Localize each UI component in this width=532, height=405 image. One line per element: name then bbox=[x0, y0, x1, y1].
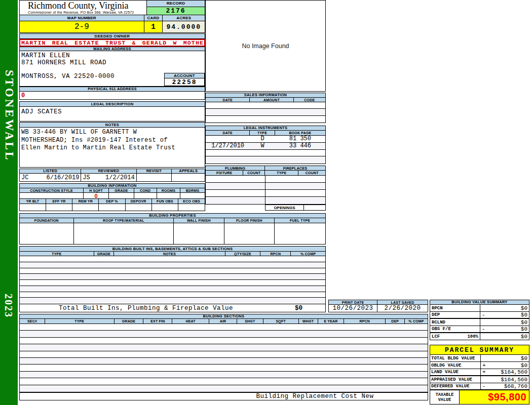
bvs-row-rclnd: RCLND $0 bbox=[430, 319, 529, 326]
account-value: 22258 bbox=[164, 78, 205, 86]
bvs-dep-label: DEP bbox=[432, 312, 440, 317]
card-label: CARD bbox=[144, 15, 163, 21]
empty-row bbox=[206, 197, 325, 204]
record-label: RECORD bbox=[147, 1, 205, 7]
sales-code-label: CODE bbox=[294, 98, 325, 102]
cond-value bbox=[134, 193, 157, 198]
bvs-dep-value: $0 bbox=[488, 312, 527, 318]
last-saved-value: 2/26/2020 bbox=[377, 305, 428, 312]
reviewed-by: JS bbox=[83, 174, 90, 181]
empty-row bbox=[20, 364, 428, 371]
county-title-block: Richmond County, Virginia Commissioner o… bbox=[20, 1, 146, 15]
construction-style-label: CONSTRUCTION STYLE bbox=[20, 188, 84, 192]
empty-row bbox=[206, 116, 325, 123]
revisit-label: REVISIT bbox=[137, 169, 172, 173]
instrument-type: W bbox=[250, 143, 275, 149]
notes-block: WB 33-446 BY WILL OF GARNETT W MOTHERSHE… bbox=[19, 128, 205, 168]
property-photo-placeholder: No Image Found bbox=[205, 0, 326, 92]
taxable-value-label: TAXABLE VALUE bbox=[430, 390, 460, 404]
map-value-row: 2-9 1 94.0000 bbox=[19, 21, 205, 33]
review-value-row: JC 6/16/2019 JS 1/2/2014 bbox=[19, 174, 205, 182]
empty-row bbox=[20, 298, 325, 304]
empty-row bbox=[20, 286, 325, 292]
building-properties-value-row bbox=[19, 223, 326, 245]
empty-row bbox=[206, 102, 325, 109]
bvs-rpcn-label: RPCN bbox=[432, 306, 443, 311]
bvs-row-rpcn: RPCN $0 bbox=[430, 305, 529, 312]
title-row: Richmond County, Virginia Commissioner o… bbox=[19, 0, 205, 15]
eco-obs-label: ECO OBS bbox=[178, 199, 205, 204]
built-ins-label: BUILDING BUILT INS, BASEMENTS, ATTICS & … bbox=[19, 246, 326, 252]
parcel-row-deferred: DEFERRED VALUE -$68,760 bbox=[430, 383, 529, 390]
built-in-grade-label: GRADE bbox=[94, 252, 115, 256]
instrument-bookpage: 33 446 bbox=[275, 143, 325, 149]
depovr-label: DEPOVR bbox=[126, 199, 152, 204]
mailing-line-1: MARTIN ELLEN bbox=[20, 51, 205, 59]
print-date-label: PRINT DATE bbox=[329, 300, 377, 304]
physical-911-label: PHYSICAL 911 ADDRESS bbox=[19, 87, 205, 92]
sec-type-label: TYPE bbox=[45, 319, 115, 323]
revisit-value bbox=[137, 174, 172, 181]
built-ins-total-row: Total Built Ins, Plumbing & Fireplace Va… bbox=[19, 304, 326, 312]
fireplace-type-label: TYPE bbox=[265, 171, 298, 175]
fixture-label: FIXTURE bbox=[206, 171, 243, 175]
instruments-rows: D 81 350 1/27/2010 W 33 446 bbox=[205, 136, 326, 164]
account-label: ACCOUNT bbox=[164, 73, 205, 78]
deeded-owner-row: MARTIN REAL ESTATE TRUST & GERALD W MOTH… bbox=[19, 39, 205, 47]
legal-instruments-label: LEGAL INSTRUMENTS bbox=[205, 126, 326, 131]
sec-heat-label: HEAT bbox=[172, 319, 209, 323]
tax-year: 2023 bbox=[3, 294, 14, 318]
bvs-row-obs: OBS F/E -$0 bbox=[430, 326, 529, 333]
bvs-row-dep: DEP -$0 bbox=[430, 312, 529, 319]
listed-value: JC 6/16/2019 bbox=[20, 174, 81, 181]
deeded-owner-value: MARTIN REAL ESTATE TRUST & GERALD W MOTH… bbox=[20, 39, 205, 46]
parcel-row-total-bldg: TOTAL BLDG VALUE $0 bbox=[430, 355, 529, 362]
instrument-type: D bbox=[250, 136, 275, 142]
empty-row bbox=[206, 150, 325, 157]
sec-whgt-label: WHGT bbox=[299, 319, 318, 323]
bvs-rclnd-value: $0 bbox=[488, 319, 527, 326]
rooms-value bbox=[157, 193, 181, 198]
empty-row bbox=[20, 324, 428, 331]
building-properties-header-row: FOUNDATION ROOF TYPE/MATERIAL WALL FINIS… bbox=[19, 218, 326, 223]
empty-row bbox=[20, 256, 325, 262]
district-name: STONEWALL bbox=[3, 70, 16, 161]
sales-amount-label: AMOUNT bbox=[250, 98, 293, 102]
bvs-obs-value: $0 bbox=[488, 326, 527, 332]
physical-911-row: 0 bbox=[19, 92, 205, 100]
empty-row bbox=[20, 338, 428, 344]
empty-row bbox=[20, 344, 428, 351]
empty-row bbox=[20, 280, 325, 286]
deferred-value: $68,760 bbox=[488, 383, 527, 389]
built-ins-header-row: TYPE GRADE NOTES QTY/SIZE RPCN % COMP bbox=[19, 252, 326, 256]
building-properties-label: BUILDING PROPERTIES bbox=[19, 213, 326, 218]
h-sqft-label: H SQFT bbox=[84, 188, 109, 192]
sales-date-label: DATE bbox=[206, 98, 250, 102]
building-info-value-row-2 bbox=[19, 204, 205, 211]
building-information-label: BUILDING INFORMATION bbox=[19, 183, 205, 188]
empty-row bbox=[20, 385, 428, 392]
empty-row bbox=[20, 358, 428, 364]
building-value-summary-label: BUILDING VALUE SUMMARY bbox=[430, 300, 529, 305]
taxable-value: $95,800 bbox=[460, 390, 529, 404]
building-value-summary: BUILDING VALUE SUMMARY RPCN $0 DEP -$0 R… bbox=[430, 300, 529, 340]
sales-information-label: SALES INFORMATION bbox=[205, 93, 326, 98]
building-info-header-row-1: CONSTRUCTION STYLE H SQFT GRADE COND ROO… bbox=[19, 188, 205, 193]
built-ins-rows bbox=[19, 256, 326, 304]
sec-extfin-label: EXT FIN bbox=[143, 319, 172, 323]
bvs-rclnd-label: RCLND bbox=[432, 320, 445, 325]
built-in-notes-label: NOTES bbox=[114, 252, 225, 256]
parcel-row-appraised: APPRAISED VALUE $164,560 bbox=[430, 376, 529, 383]
bvs-obs-label: OBS F/E bbox=[432, 327, 451, 332]
openings-label: OPENINGS bbox=[265, 205, 304, 211]
obldg-value: $0 bbox=[488, 362, 527, 369]
parcel-row-taxable: TAXABLE VALUE $95,800 bbox=[430, 390, 529, 404]
district-sidebar: STONEWALL 2023 bbox=[0, 0, 18, 405]
sales-header-row: DATE AMOUNT CODE bbox=[205, 98, 326, 102]
total-bldg-value-label: TOTAL BLDG VALUE bbox=[430, 355, 481, 361]
parcel-row-obldg: OBLDG VALUE +$0 bbox=[430, 362, 529, 369]
empty-row bbox=[206, 190, 325, 197]
sales-rows bbox=[205, 102, 326, 123]
building-sections-header-row: SEC# TYPE GRADE EXT FIN HEAT AIR SHGT SQ… bbox=[19, 319, 428, 324]
mailing-line-2: 871 HORNERS MILL ROAD bbox=[20, 59, 205, 66]
